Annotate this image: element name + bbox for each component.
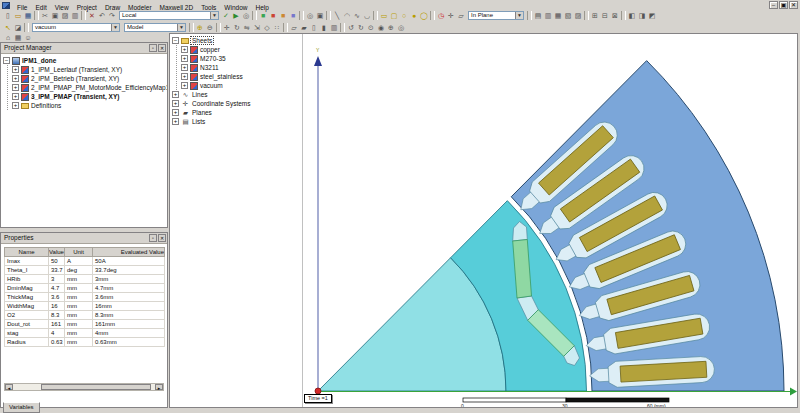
scale-icon[interactable]: ◇ bbox=[262, 23, 272, 32]
user-icon[interactable]: ☺ bbox=[23, 33, 33, 42]
save-icon[interactable]: ▦ bbox=[23, 11, 33, 20]
chevron-down-icon[interactable]: ▼ bbox=[210, 12, 218, 19]
expand-icon[interactable]: + bbox=[12, 93, 19, 100]
property-row[interactable]: ThickMag3.6mm3.6mm bbox=[5, 293, 165, 302]
tree-group-coordinate-systems[interactable]: +✛Coordinate Systems bbox=[172, 99, 302, 108]
distribute-icon-2[interactable]: ⊟ bbox=[600, 11, 610, 20]
draw-plane-icon[interactable]: ▱ bbox=[456, 11, 466, 20]
transform-icon-5[interactable]: ▥ bbox=[329, 23, 339, 32]
expand-icon[interactable]: + bbox=[181, 55, 188, 62]
grid-icon[interactable]: ▦ bbox=[13, 33, 23, 42]
property-value[interactable]: 16 bbox=[49, 302, 65, 311]
property-row[interactable]: WidthMag16mm16mm bbox=[5, 302, 165, 311]
home-icon[interactable]: ⌂ bbox=[3, 33, 13, 42]
duplicate-icon[interactable]: ∷ bbox=[272, 23, 282, 32]
results-icon[interactable]: ◎ bbox=[241, 11, 251, 20]
property-row[interactable]: O28.3mm8.3mm bbox=[5, 311, 165, 320]
excitation-icon[interactable]: ■ bbox=[278, 11, 288, 20]
distribute-icon-1[interactable]: ⊞ bbox=[590, 11, 600, 20]
project-root[interactable]: −IPM1_done bbox=[3, 56, 167, 65]
expand-icon[interactable]: + bbox=[12, 66, 19, 73]
redo-icon[interactable]: ↷ bbox=[107, 11, 117, 20]
close-icon[interactable]: ✕ bbox=[158, 44, 166, 52]
scroll-left-icon[interactable]: ◂ bbox=[5, 384, 13, 390]
property-value[interactable]: 50 bbox=[49, 257, 65, 266]
expand-icon[interactable]: + bbox=[12, 75, 19, 82]
property-row[interactable]: stag4mm4mm bbox=[5, 329, 165, 338]
pin-icon[interactable]: ▫ bbox=[149, 44, 157, 52]
orientation-combo[interactable]: In Plane▼ bbox=[468, 11, 524, 20]
collapse-icon[interactable]: − bbox=[3, 57, 10, 64]
close-icon[interactable]: ✕ bbox=[158, 234, 166, 242]
draw-arc2-icon[interactable]: ◡ bbox=[362, 11, 372, 20]
view-icon-1[interactable]: ◧ bbox=[627, 11, 637, 20]
expand-icon[interactable]: + bbox=[172, 118, 179, 125]
expand-icon[interactable]: + bbox=[181, 64, 188, 71]
pan-icon[interactable]: ⊙ bbox=[366, 23, 376, 32]
property-value[interactable]: 4 bbox=[49, 329, 65, 338]
material-icon[interactable]: ■ bbox=[258, 11, 268, 20]
close-button[interactable]: ✕ bbox=[789, 1, 798, 9]
property-row[interactable]: Dout_rot161mm161mm bbox=[5, 320, 165, 329]
property-value[interactable]: 161 bbox=[49, 320, 65, 329]
scrollbar-thumb[interactable] bbox=[41, 384, 151, 390]
collapse-icon[interactable]: − bbox=[172, 37, 179, 44]
properties-hscrollbar[interactable]: ◂ ▸ bbox=[4, 383, 164, 391]
tree-item[interactable]: +2_IPM_Betrieb (Transient, XY) bbox=[12, 74, 167, 83]
distribute-icon-3[interactable]: ⊠ bbox=[610, 11, 620, 20]
property-value[interactable]: 8.3 bbox=[49, 311, 65, 320]
validate-icon[interactable]: ✓ bbox=[221, 11, 231, 20]
tree-item[interactable]: +2_IPM_PMAP_PM_MotorMode_EfficiencyMap1 … bbox=[12, 83, 167, 92]
boundary-icon[interactable]: ■ bbox=[268, 11, 278, 20]
draw-circle-icon[interactable]: ○ bbox=[399, 11, 409, 20]
arrange-icon-1[interactable]: ▤ bbox=[533, 11, 543, 20]
expand-icon[interactable]: + bbox=[181, 46, 188, 53]
expand-icon[interactable]: + bbox=[12, 102, 19, 109]
tree-item[interactable]: +1_IPM_Leerlauf (Transient, XY) bbox=[12, 65, 167, 74]
tree-group-lists[interactable]: +▤Lists bbox=[172, 117, 302, 126]
select-face-icon[interactable]: ◪ bbox=[13, 23, 23, 32]
restore-button[interactable]: ▣ bbox=[779, 1, 788, 9]
material-group[interactable]: +M270-35 bbox=[181, 54, 302, 63]
material-group[interactable]: +steel_stainless bbox=[181, 72, 302, 81]
model-tree-root[interactable]: −Sheets bbox=[172, 36, 302, 45]
property-row[interactable]: Imax50A50A bbox=[5, 257, 165, 266]
paste-icon[interactable]: ▨ bbox=[60, 11, 70, 20]
unite-icon[interactable]: ⊕ bbox=[195, 23, 205, 32]
transform-icon-2[interactable]: ▰ bbox=[299, 23, 309, 32]
new-file-icon[interactable]: ▯ bbox=[3, 11, 13, 20]
expand-icon[interactable]: + bbox=[172, 91, 179, 98]
material-group[interactable]: +copper bbox=[181, 45, 302, 54]
view-mode-combo[interactable]: Model▼ bbox=[124, 23, 186, 32]
coordinate-system-combo[interactable]: Local▼ bbox=[119, 11, 219, 20]
draw-point-icon[interactable]: ✛ bbox=[446, 11, 456, 20]
copy-icon[interactable]: ▣ bbox=[50, 11, 60, 20]
zoom-icon[interactable]: ◎ bbox=[305, 11, 315, 20]
move-icon[interactable]: ✛ bbox=[222, 23, 232, 32]
rotate-icon[interactable]: ↻ bbox=[232, 23, 242, 32]
property-value[interactable]: 33.7 bbox=[49, 266, 65, 275]
property-value[interactable]: 0.63 bbox=[49, 338, 65, 347]
rotate-view-left-icon[interactable]: ↺ bbox=[346, 23, 356, 32]
tree-group-planes[interactable]: +▰Planes bbox=[172, 108, 302, 117]
expand-icon[interactable]: + bbox=[181, 82, 188, 89]
undo-icon[interactable]: ↶ bbox=[97, 11, 107, 20]
select-pointer-icon[interactable]: ↖ bbox=[3, 23, 13, 32]
property-value[interactable]: 4.7 bbox=[49, 284, 65, 293]
property-value[interactable]: 3 bbox=[49, 275, 65, 284]
expand-icon[interactable]: + bbox=[181, 73, 188, 80]
expand-icon[interactable]: + bbox=[172, 100, 179, 107]
property-row[interactable]: DminMag4.7mm4.7mm bbox=[5, 284, 165, 293]
minimize-button[interactable]: – bbox=[769, 1, 778, 9]
pin-icon[interactable]: ▫ bbox=[149, 234, 157, 242]
material-group[interactable]: +vacuum bbox=[181, 81, 302, 90]
analyze-icon[interactable]: ▶ bbox=[231, 11, 241, 20]
draw-arc-icon[interactable]: ◠ bbox=[342, 11, 352, 20]
chevron-down-icon[interactable]: ▼ bbox=[111, 24, 119, 31]
property-row[interactable]: Theta_I33.7deg33.7deg bbox=[5, 266, 165, 275]
offset-icon[interactable]: ⇲ bbox=[252, 23, 262, 32]
print-icon[interactable]: ▥ bbox=[70, 11, 80, 20]
copy-image-icon[interactable]: ▣ bbox=[315, 11, 325, 20]
mesh-icon[interactable]: ■ bbox=[288, 11, 298, 20]
arrange-icon-4[interactable]: ▧ bbox=[563, 11, 573, 20]
